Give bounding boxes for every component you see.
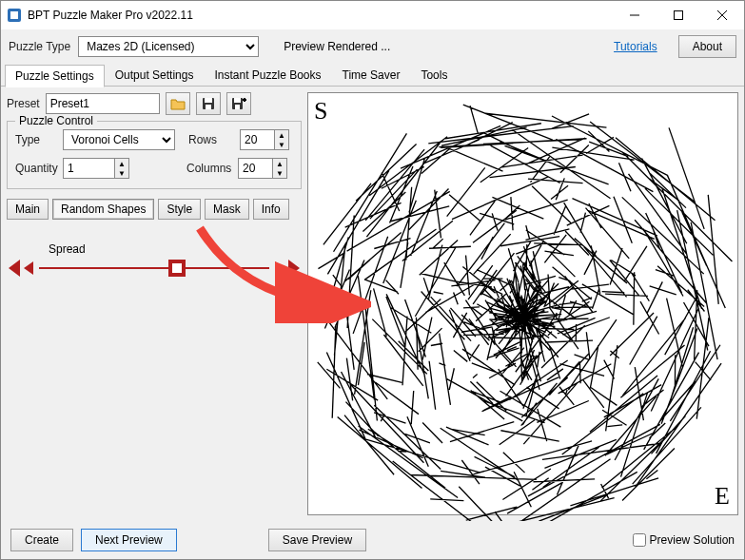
columns-stepper[interactable]: ▲▼ [238,158,287,179]
svg-marker-17 [288,260,300,277]
spread-far-left-icon[interactable] [7,260,20,277]
preview-pane: S E [307,92,738,515]
preset-label: Preset [7,97,40,110]
tutorials-link[interactable]: Tutorials [614,40,657,53]
app-icon [7,8,22,23]
maximize-button[interactable] [657,1,700,29]
puzzle-control-group: Puzzle Control Type Voronoi Cells Rows ▲… [7,121,302,189]
bottom-bar: Create Next Preview Save Preview Preview… [1,521,744,559]
subtab-main[interactable]: Main [7,199,49,220]
svg-rect-7 [205,98,212,103]
spread-track[interactable] [39,267,269,269]
spread-far-right-icon[interactable] [288,260,302,277]
tab-puzzle-settings[interactable]: Puzzle Settings [5,65,105,87]
maximize-icon [674,10,683,20]
svg-marker-15 [24,261,33,275]
qty-up-icon[interactable]: ▲ [115,159,128,168]
quantity-stepper[interactable]: ▲▼ [63,158,129,179]
open-preset-button[interactable] [166,92,190,115]
titlebar: BPT Puzzle Maker Pro v2022.11 [1,1,744,29]
puzzle-type-label: Puzzle Type [9,40,70,53]
spread-label: Spread [49,242,302,256]
tab-tools[interactable]: Tools [410,64,458,87]
type-select[interactable]: Voronoi Cells [63,129,175,150]
quantity-label: Quantity [15,162,57,175]
subtab-mask[interactable]: Mask [205,199,249,220]
tab-output-settings[interactable]: Output Settings [105,64,205,87]
save-preset-button[interactable] [196,92,221,115]
subtab-random-shapes[interactable]: Random Shapes [52,199,154,220]
window-title: BPT Puzzle Maker Pro v2022.11 [28,9,613,22]
cols-up-icon[interactable]: ▲ [273,159,286,168]
minimize-button[interactable] [613,1,657,29]
svg-marker-14 [9,260,20,277]
cols-down-icon[interactable]: ▼ [273,168,286,178]
next-preview-button[interactable]: Next Preview [81,529,177,551]
rows-stepper[interactable]: ▲▼ [240,129,289,150]
rows-up-icon[interactable]: ▲ [275,130,288,140]
type-label: Type [15,133,57,146]
minimize-icon [630,10,639,20]
spread-right-icon[interactable] [275,261,286,275]
save-icon [202,97,215,110]
save-as-preset-button[interactable] [226,92,251,115]
rows-label: Rows [188,133,234,146]
tab-instant-puzzle-books[interactable]: Instant Puzzle Books [204,64,331,87]
svg-rect-3 [675,11,683,20]
about-button[interactable]: About [678,35,736,58]
spread-thumb[interactable] [168,260,186,277]
columns-label: Columns [186,162,232,175]
subtab-style[interactable]: Style [158,199,201,220]
sub-tab-strip: MainRandom ShapesStyleMaskInfo [7,199,302,220]
preview-solution-label: Preview Solution [650,533,735,547]
folder-open-icon [170,97,186,110]
spread-slider[interactable] [7,260,302,277]
spread-left-icon[interactable] [22,261,33,275]
close-button[interactable] [700,1,744,29]
subtab-info[interactable]: Info [253,199,289,220]
save-preview-button[interactable]: Save Preview [268,529,366,551]
preview-solution-input[interactable] [633,533,646,547]
maze-image [308,93,737,521]
puzzle-type-select[interactable]: Mazes 2D (Licensed) [78,36,259,57]
left-panel: Preset Puzzle Control Type Voronoi Cells… [7,92,302,515]
svg-rect-10 [234,98,241,103]
create-button[interactable]: Create [10,529,73,551]
preset-row: Preset [7,92,302,115]
close-icon [717,10,727,20]
preset-input[interactable] [46,93,160,114]
preview-solution-checkbox[interactable]: Preview Solution [633,533,735,547]
tab-time-saver[interactable]: Time Saver [332,64,411,87]
content-area: Preset Puzzle Control Type Voronoi Cells… [1,87,744,521]
svg-rect-1 [10,11,18,19]
tab-strip: Puzzle SettingsOutput SettingsInstant Pu… [1,64,744,87]
save-plus-icon [231,97,246,110]
spread-control: Spread [7,242,302,277]
qty-down-icon[interactable]: ▼ [115,168,128,178]
svg-rect-8 [206,105,211,109]
preview-status: Preview Rendered ... [284,40,390,53]
main-toolbar: Puzzle Type Mazes 2D (Licensed) Preview … [1,29,744,64]
svg-rect-11 [235,105,240,109]
rows-down-icon[interactable]: ▼ [275,140,288,149]
svg-marker-16 [275,261,284,275]
puzzle-control-legend: Puzzle Control [15,114,97,127]
